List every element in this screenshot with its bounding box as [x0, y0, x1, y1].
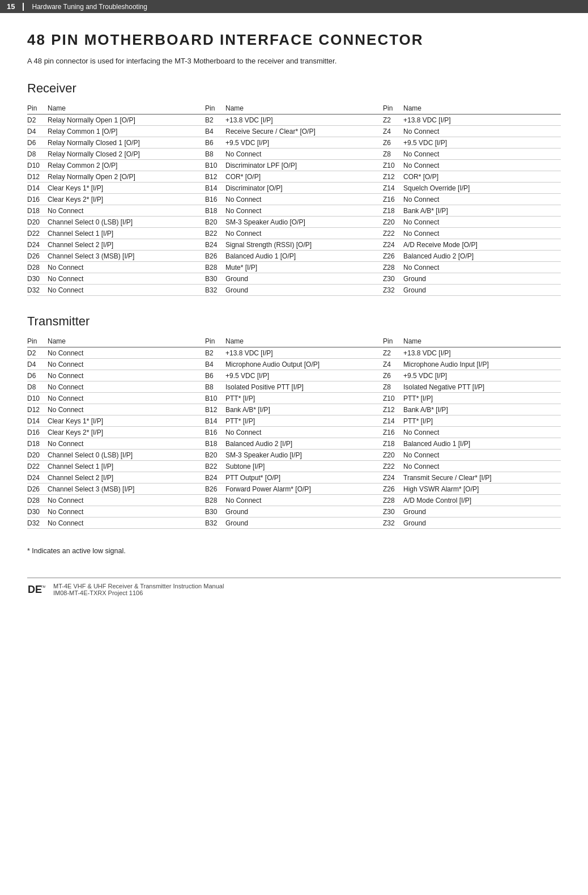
- pin-name: Relay Normally Open 2 [O/P]: [48, 171, 205, 183]
- pin-number: D24: [27, 472, 48, 483]
- header-section: Hardware Tuning and Troubleshooting: [32, 3, 147, 11]
- table-row: Z30Ground: [383, 273, 561, 285]
- pin-number: D16: [27, 194, 48, 205]
- pin-name: No Connect: [225, 149, 383, 160]
- receiver-col3-pin-header: Pin: [383, 103, 403, 114]
- pin-name: Ground: [225, 285, 383, 296]
- table-row: Z22No Connect: [383, 228, 561, 239]
- pin-name: No Connect: [403, 262, 561, 273]
- pin-number: Z22: [383, 461, 403, 472]
- pin-number: D32: [27, 285, 48, 296]
- pin-number: D4: [27, 359, 48, 370]
- pin-number: B12: [205, 171, 225, 183]
- table-row: B14PTT* [I/P]: [205, 415, 383, 427]
- page-number: 15: [7, 2, 15, 11]
- pin-number: D28: [27, 495, 48, 506]
- table-row: B4Microphone Audio Output [O/P]: [205, 359, 383, 370]
- table-row: D2No Connect: [27, 347, 205, 359]
- pin-number: B12: [205, 404, 225, 415]
- pin-name: Receive Secure / Clear* [O/P]: [225, 126, 383, 137]
- pin-number: D8: [27, 381, 48, 393]
- receiver-col2-pin-header: Pin: [205, 103, 225, 114]
- table-row: Z18Bank A/B* [I/P]: [383, 205, 561, 217]
- pin-name: No Connect: [48, 393, 205, 404]
- pin-name: No Connect: [48, 495, 205, 506]
- pin-name: +13.8 VDC [I/P]: [225, 114, 383, 126]
- pin-name: High VSWR Alarm* [O/P]: [403, 483, 561, 495]
- transmitter-tables: Pin Name D2No ConnectD4No ConnectD6No Co…: [27, 336, 561, 529]
- pin-number: Z30: [383, 273, 403, 285]
- table-row: Z28A/D Mode Control [I/P]: [383, 495, 561, 506]
- receiver-heading: Receiver: [27, 81, 561, 96]
- pin-name: Bank A/B* [I/P]: [225, 404, 383, 415]
- receiver-col1-name-header: Name: [48, 103, 205, 114]
- pin-number: Z16: [383, 427, 403, 438]
- pin-number: Z12: [383, 171, 403, 183]
- pin-number: B6: [205, 137, 225, 149]
- table-row: Z8Isolated Negative PTT [I/P]: [383, 381, 561, 393]
- table-row: D10Relay Common 2 [O/P]: [27, 160, 205, 171]
- table-row: Z12Bank A/B* [I/P]: [383, 404, 561, 415]
- pin-name: No Connect: [403, 149, 561, 160]
- table-row: D16Clear Keys 2* [I/P]: [27, 194, 205, 205]
- pin-name: Isolated Positive PTT [I/P]: [225, 381, 383, 393]
- pin-number: D30: [27, 273, 48, 285]
- pin-name: A/D Receive Mode [O/P]: [403, 239, 561, 251]
- pin-name: +13.8 VDC [I/P]: [403, 347, 561, 359]
- pin-number: B18: [205, 205, 225, 217]
- pin-name: Balanced Audio 1 [I/P]: [403, 438, 561, 449]
- pin-name: Channel Select 1 [I/P]: [48, 461, 205, 472]
- table-row: Z12COR* [O/P]: [383, 171, 561, 183]
- pin-number: B4: [205, 126, 225, 137]
- pin-name: Isolated Negative PTT [I/P]: [403, 381, 561, 393]
- table-row: D8No Connect: [27, 381, 205, 393]
- table-row: Z4No Connect: [383, 126, 561, 137]
- pin-number: B14: [205, 415, 225, 427]
- table-row: B32Ground: [205, 285, 383, 296]
- pin-number: D18: [27, 438, 48, 449]
- receiver-col2-name-header: Name: [225, 103, 383, 114]
- pin-number: D32: [27, 518, 48, 529]
- table-row: D20Channel Select 0 (LSB) [I/P]: [27, 449, 205, 461]
- pin-number: D22: [27, 228, 48, 239]
- pin-number: D8: [27, 149, 48, 160]
- footer-line2: IM08-MT-4E-TXRX Project 1106: [53, 589, 224, 596]
- footnote: * Indicates an active low signal.: [27, 547, 561, 555]
- transmitter-col1-pin-header: Pin: [27, 336, 48, 347]
- pin-number: D12: [27, 404, 48, 415]
- table-row: Z32Ground: [383, 285, 561, 296]
- table-row: B10Discriminator LPF [O/P]: [205, 160, 383, 171]
- pin-number: B18: [205, 438, 225, 449]
- pin-name: Channel Select 3 (MSB) [I/P]: [48, 251, 205, 262]
- table-row: Z22No Connect: [383, 461, 561, 472]
- table-row: D30No Connect: [27, 506, 205, 518]
- pin-number: B4: [205, 359, 225, 370]
- pin-number: Z24: [383, 239, 403, 251]
- transmitter-col1-name-header: Name: [48, 336, 205, 347]
- table-row: B24PTT Output* [O/P]: [205, 472, 383, 483]
- pin-name: No Connect: [225, 194, 383, 205]
- pin-number: Z6: [383, 370, 403, 381]
- pin-name: Ground: [403, 273, 561, 285]
- pin-name: Balanced Audio 2 [O/P]: [403, 251, 561, 262]
- pin-number: Z6: [383, 137, 403, 149]
- pin-number: Z8: [383, 149, 403, 160]
- pin-name: Ground: [225, 506, 383, 518]
- pin-number: B6: [205, 370, 225, 381]
- pin-number: Z28: [383, 495, 403, 506]
- transmitter-col2-pin-header: Pin: [205, 336, 225, 347]
- table-row: Z14Squelch Override [I/P]: [383, 183, 561, 194]
- pin-number: Z16: [383, 194, 403, 205]
- pin-number: B22: [205, 228, 225, 239]
- pin-number: B16: [205, 427, 225, 438]
- pin-name: No Connect: [225, 427, 383, 438]
- pin-name: Relay Normally Closed 1 [O/P]: [48, 137, 205, 149]
- pin-name: PTT* [I/P]: [403, 415, 561, 427]
- table-row: B12COR* [O/P]: [205, 171, 383, 183]
- pin-number: B30: [205, 506, 225, 518]
- table-row: B32Ground: [205, 518, 383, 529]
- pin-name: Subtone [I/P]: [225, 461, 383, 472]
- pin-number: Z4: [383, 359, 403, 370]
- pin-name: PTT* [I/P]: [225, 393, 383, 404]
- pin-name: Clear Keys 2* [I/P]: [48, 194, 205, 205]
